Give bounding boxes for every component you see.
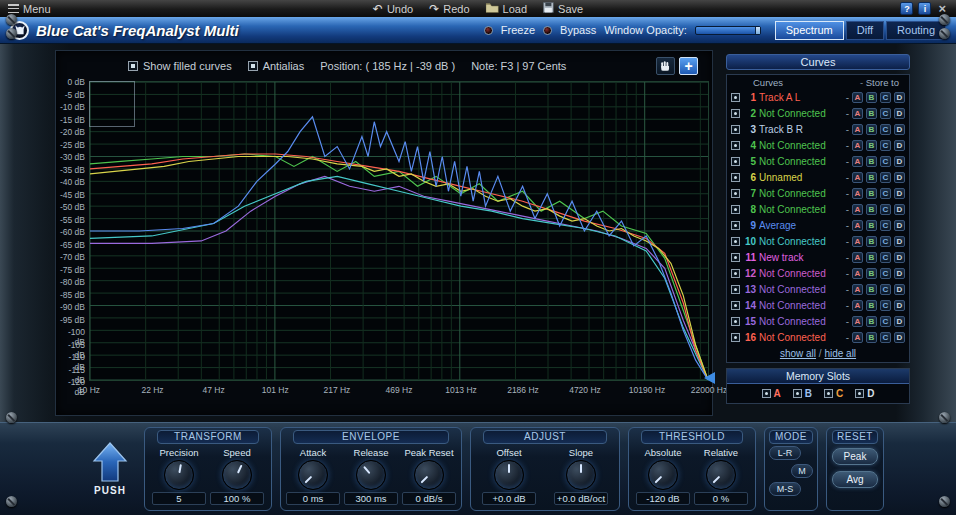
- store-to-b-button[interactable]: B: [866, 284, 877, 295]
- zoom-tool-button[interactable]: +: [679, 57, 698, 75]
- release-knob[interactable]: [356, 460, 386, 490]
- store-to-b-button[interactable]: B: [866, 156, 877, 167]
- visibility-toggle-icon[interactable]: [731, 221, 740, 230]
- store-to-c-button[interactable]: C: [880, 188, 891, 199]
- curve-name[interactable]: Not Connected: [759, 188, 843, 199]
- tab-spectrum[interactable]: Spectrum: [775, 21, 844, 40]
- reset-avg-button[interactable]: Avg: [832, 471, 878, 488]
- store-to-d-button[interactable]: D: [894, 172, 905, 183]
- store-to-c-button[interactable]: C: [880, 220, 891, 231]
- store-to-c-button[interactable]: C: [880, 268, 891, 279]
- visibility-toggle-icon[interactable]: [731, 285, 740, 294]
- curve-name[interactable]: Not Connected: [759, 236, 843, 247]
- absolute-knob[interactable]: [648, 460, 678, 490]
- store-to-d-button[interactable]: D: [894, 124, 905, 135]
- visibility-toggle-icon[interactable]: [731, 317, 740, 326]
- store-to-a-button[interactable]: A: [852, 108, 863, 119]
- hand-tool-button[interactable]: [656, 57, 675, 75]
- store-to-a-button[interactable]: A: [852, 124, 863, 135]
- push-button[interactable]: PUSH: [92, 442, 128, 496]
- store-to-d-button[interactable]: D: [894, 188, 905, 199]
- visibility-toggle-icon[interactable]: [731, 269, 740, 278]
- store-to-d-button[interactable]: D: [894, 140, 905, 151]
- store-to-a-button[interactable]: A: [852, 252, 863, 263]
- store-to-c-button[interactable]: C: [880, 332, 891, 343]
- store-to-c-button[interactable]: C: [880, 124, 891, 135]
- visibility-toggle-icon[interactable]: [731, 301, 740, 310]
- store-to-b-button[interactable]: B: [866, 220, 877, 231]
- store-to-d-button[interactable]: D: [894, 332, 905, 343]
- store-to-c-button[interactable]: C: [880, 284, 891, 295]
- close-button[interactable]: ×: [936, 2, 948, 15]
- store-to-d-button[interactable]: D: [894, 252, 905, 263]
- curve-name[interactable]: Not Connected: [759, 300, 843, 311]
- relative-knob[interactable]: [706, 460, 736, 490]
- opacity-slider[interactable]: [695, 26, 761, 35]
- load-button[interactable]: Load: [486, 2, 527, 16]
- store-to-b-button[interactable]: B: [866, 140, 877, 151]
- store-to-d-button[interactable]: D: [894, 284, 905, 295]
- freeze-label[interactable]: Freeze: [501, 24, 535, 36]
- offset-knob[interactable]: [494, 460, 524, 490]
- store-to-b-button[interactable]: B: [866, 124, 877, 135]
- curve-name[interactable]: Not Connected: [759, 140, 843, 151]
- tab-diff[interactable]: Diff: [846, 21, 884, 40]
- store-to-a-button[interactable]: A: [852, 236, 863, 247]
- slope-knob[interactable]: [566, 460, 596, 490]
- help-button[interactable]: ?: [900, 2, 913, 15]
- bypass-led[interactable]: [543, 26, 552, 35]
- store-to-c-button[interactable]: C: [880, 92, 891, 103]
- curve-name[interactable]: New track: [759, 252, 843, 263]
- curve-name[interactable]: Track A L: [759, 92, 843, 103]
- spectrum-plot-svg[interactable]: [89, 81, 709, 381]
- freeze-led[interactable]: [484, 26, 493, 35]
- show-all-link[interactable]: show all: [780, 348, 816, 359]
- store-to-a-button[interactable]: A: [852, 220, 863, 231]
- store-to-b-button[interactable]: B: [866, 172, 877, 183]
- store-to-a-button[interactable]: A: [852, 284, 863, 295]
- precision-knob[interactable]: [164, 460, 194, 490]
- store-to-b-button[interactable]: B: [866, 236, 877, 247]
- store-to-a-button[interactable]: A: [852, 92, 863, 103]
- visibility-toggle-icon[interactable]: [731, 93, 740, 102]
- scale-slider-handle[interactable]: [704, 372, 715, 384]
- store-to-d-button[interactable]: D: [894, 204, 905, 215]
- visibility-toggle-icon[interactable]: [731, 237, 740, 246]
- memory-slot-c[interactable]: C: [824, 388, 843, 399]
- curve-name[interactable]: Not Connected: [759, 268, 843, 279]
- show-filled-curves-checkbox[interactable]: Show filled curves: [128, 60, 232, 72]
- mode-m-button[interactable]: M: [791, 464, 813, 478]
- store-to-a-button[interactable]: A: [852, 316, 863, 327]
- redo-button[interactable]: ↷ Redo: [429, 2, 469, 16]
- store-to-a-button[interactable]: A: [852, 204, 863, 215]
- store-to-c-button[interactable]: C: [880, 108, 891, 119]
- curve-name[interactable]: Not Connected: [759, 204, 843, 215]
- curve-name[interactable]: Unnamed: [759, 172, 843, 183]
- store-to-c-button[interactable]: C: [880, 172, 891, 183]
- hide-all-link[interactable]: hide all: [824, 348, 856, 359]
- store-to-b-button[interactable]: B: [866, 316, 877, 327]
- store-to-b-button[interactable]: B: [866, 252, 877, 263]
- store-to-c-button[interactable]: C: [880, 252, 891, 263]
- store-to-a-button[interactable]: A: [852, 300, 863, 311]
- visibility-toggle-icon[interactable]: [731, 189, 740, 198]
- curve-name[interactable]: Not Connected: [759, 316, 843, 327]
- store-to-c-button[interactable]: C: [880, 236, 891, 247]
- speed-knob[interactable]: [222, 460, 252, 490]
- attack-knob[interactable]: [298, 460, 328, 490]
- store-to-a-button[interactable]: A: [852, 268, 863, 279]
- store-to-b-button[interactable]: B: [866, 268, 877, 279]
- curve-name[interactable]: Not Connected: [759, 108, 843, 119]
- visibility-toggle-icon[interactable]: [731, 141, 740, 150]
- curve-name[interactable]: Not Connected: [759, 332, 843, 343]
- memory-slot-a[interactable]: A: [762, 388, 781, 399]
- store-to-c-button[interactable]: C: [880, 300, 891, 311]
- antialias-checkbox[interactable]: Antialias: [248, 60, 305, 72]
- curve-name[interactable]: Not Connected: [759, 284, 843, 295]
- store-to-b-button[interactable]: B: [866, 332, 877, 343]
- mode-ms-button[interactable]: M-S: [769, 482, 801, 496]
- visibility-toggle-icon[interactable]: [731, 125, 740, 134]
- store-to-d-button[interactable]: D: [894, 268, 905, 279]
- visibility-toggle-icon[interactable]: [731, 109, 740, 118]
- tab-routing[interactable]: Routing: [886, 21, 946, 40]
